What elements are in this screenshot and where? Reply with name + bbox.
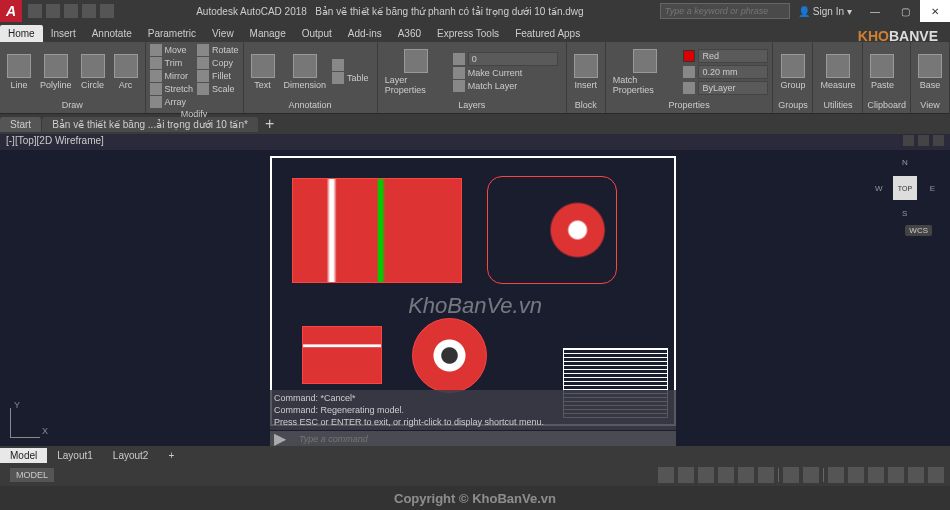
copy-button[interactable]: Copy bbox=[197, 57, 239, 69]
ribbon-tab-featured[interactable]: Featured Apps bbox=[507, 25, 588, 42]
mirror-button[interactable]: Mirror bbox=[150, 70, 194, 82]
measure-button[interactable]: Measure bbox=[817, 52, 858, 92]
new-file-tab-button[interactable]: + bbox=[259, 113, 280, 135]
layer-properties-button[interactable]: Layer Properties bbox=[382, 47, 450, 97]
panel-label[interactable]: Layers bbox=[382, 99, 562, 111]
clean-screen-icon[interactable] bbox=[908, 467, 924, 483]
ribbon-tab-home[interactable]: Home bbox=[0, 25, 43, 42]
panel-label[interactable]: Block bbox=[571, 99, 601, 111]
paste-button[interactable]: Paste bbox=[867, 52, 897, 92]
polar-toggle-icon[interactable] bbox=[718, 467, 734, 483]
ribbon-tab-parametric[interactable]: Parametric bbox=[140, 25, 204, 42]
color-dropdown[interactable]: Red bbox=[683, 49, 768, 63]
base-button[interactable]: Base bbox=[915, 52, 945, 92]
stretch-button[interactable]: Stretch bbox=[150, 83, 194, 95]
signin-button[interactable]: 👤 Sign In ▾ bbox=[790, 6, 860, 17]
grid-toggle-icon[interactable] bbox=[658, 467, 674, 483]
scale-button[interactable]: Scale bbox=[197, 83, 239, 95]
otrack-toggle-icon[interactable] bbox=[758, 467, 774, 483]
maximize-button[interactable]: ▢ bbox=[890, 0, 920, 22]
panel-label[interactable]: Draw bbox=[4, 99, 141, 111]
polyline-button[interactable]: Polyline bbox=[37, 52, 75, 92]
lineweight-dropdown[interactable]: 0.20 mm bbox=[683, 65, 768, 79]
linetype-dropdown[interactable]: ByLayer bbox=[683, 81, 768, 95]
compass-w[interactable]: W bbox=[875, 184, 883, 193]
compass-n[interactable]: N bbox=[902, 158, 908, 167]
isolate-icon[interactable] bbox=[888, 467, 904, 483]
panel-label[interactable]: View bbox=[915, 99, 945, 111]
panel-label[interactable]: Annotation bbox=[248, 99, 373, 111]
compass-s[interactable]: S bbox=[902, 209, 907, 218]
wcs-label[interactable]: WCS bbox=[905, 225, 932, 236]
trim-button[interactable]: Trim bbox=[150, 57, 194, 69]
drawing-canvas[interactable]: Y X N S E W TOP WCS Command: *Cancel* Co… bbox=[0, 150, 950, 446]
file-tab-current[interactable]: Bản vẽ thiết kế băng ...ải trọng dưới 10… bbox=[42, 117, 258, 132]
match-properties-button[interactable]: Match Properties bbox=[610, 47, 681, 97]
qat-redo-icon[interactable] bbox=[100, 4, 114, 18]
ribbon-tab-addins[interactable]: Add-ins bbox=[340, 25, 390, 42]
hardware-accel-icon[interactable] bbox=[868, 467, 884, 483]
lineweight-icon bbox=[683, 66, 695, 78]
transparency-toggle-icon[interactable] bbox=[803, 467, 819, 483]
panel-layers: Layer Properties 0 Make Current Match La… bbox=[378, 42, 567, 113]
vp-close-icon[interactable] bbox=[933, 135, 944, 146]
layout-tab-add[interactable]: + bbox=[158, 448, 184, 463]
ribbon-tab-annotate[interactable]: Annotate bbox=[84, 25, 140, 42]
move-button[interactable]: Move bbox=[150, 44, 194, 56]
panel-label[interactable]: Clipboard bbox=[867, 99, 906, 111]
dimension-button[interactable]: Dimension bbox=[281, 52, 330, 92]
array-button[interactable]: Array bbox=[150, 96, 194, 108]
drawing-border bbox=[270, 156, 676, 426]
qat-undo-icon[interactable] bbox=[82, 4, 96, 18]
layer-dropdown[interactable]: 0 bbox=[453, 52, 558, 66]
arc-button[interactable]: Arc bbox=[111, 52, 141, 92]
ribbon-tab-express[interactable]: Express Tools bbox=[429, 25, 507, 42]
ribbon-tab-insert[interactable]: Insert bbox=[43, 25, 84, 42]
close-button[interactable]: ✕ bbox=[920, 0, 950, 22]
ribbon-tab-a360[interactable]: A360 bbox=[390, 25, 429, 42]
osnap-toggle-icon[interactable] bbox=[738, 467, 754, 483]
match-layer-button[interactable]: Match Layer bbox=[453, 80, 558, 92]
leader-button[interactable] bbox=[332, 59, 369, 71]
rotate-button[interactable]: Rotate bbox=[197, 44, 239, 56]
panel-label[interactable]: Utilities bbox=[817, 99, 858, 111]
qat-new-icon[interactable] bbox=[28, 4, 42, 18]
ribbon-tab-view[interactable]: View bbox=[204, 25, 242, 42]
workspace-icon[interactable] bbox=[848, 467, 864, 483]
app-logo[interactable]: A bbox=[0, 0, 22, 22]
layout-tab-model[interactable]: Model bbox=[0, 448, 47, 463]
circle-button[interactable]: Circle bbox=[78, 52, 108, 92]
viewport-label-text[interactable]: [-][Top][2D Wireframe] bbox=[6, 135, 104, 149]
panel-label[interactable]: Properties bbox=[610, 99, 769, 111]
insert-block-button[interactable]: Insert bbox=[571, 52, 601, 92]
compass-e[interactable]: E bbox=[930, 184, 935, 193]
vp-maximize-icon[interactable] bbox=[918, 135, 929, 146]
panel-label[interactable]: Groups bbox=[777, 99, 808, 111]
minimize-button[interactable]: — bbox=[860, 0, 890, 22]
table-button[interactable]: Table bbox=[332, 72, 369, 84]
make-current-button[interactable]: Make Current bbox=[453, 67, 558, 79]
line-button[interactable]: Line bbox=[4, 52, 34, 92]
annotation-scale-icon[interactable] bbox=[828, 467, 844, 483]
view-cube[interactable]: N S E W TOP bbox=[875, 158, 935, 218]
customize-icon[interactable] bbox=[928, 467, 944, 483]
file-tab-start[interactable]: Start bbox=[0, 117, 41, 132]
vp-minimize-icon[interactable] bbox=[903, 135, 914, 146]
lineweight-toggle-icon[interactable] bbox=[783, 467, 799, 483]
layout-tab-2[interactable]: Layout2 bbox=[103, 448, 159, 463]
ribbon-tab-output[interactable]: Output bbox=[294, 25, 340, 42]
snap-toggle-icon[interactable] bbox=[678, 467, 694, 483]
ribbon-tab-manage[interactable]: Manage bbox=[242, 25, 294, 42]
model-space-toggle[interactable]: MODEL bbox=[10, 468, 54, 482]
ortho-toggle-icon[interactable] bbox=[698, 467, 714, 483]
help-search-input[interactable] bbox=[660, 3, 790, 19]
layout-tab-1[interactable]: Layout1 bbox=[47, 448, 103, 463]
qat-save-icon[interactable] bbox=[64, 4, 78, 18]
ucs-icon[interactable]: Y X bbox=[10, 408, 40, 438]
command-input[interactable] bbox=[299, 434, 672, 444]
viewcube-top-face[interactable]: TOP bbox=[893, 176, 917, 200]
qat-open-icon[interactable] bbox=[46, 4, 60, 18]
text-button[interactable]: Text bbox=[248, 52, 278, 92]
fillet-button[interactable]: Fillet bbox=[197, 70, 239, 82]
group-button[interactable]: Group bbox=[777, 52, 808, 92]
